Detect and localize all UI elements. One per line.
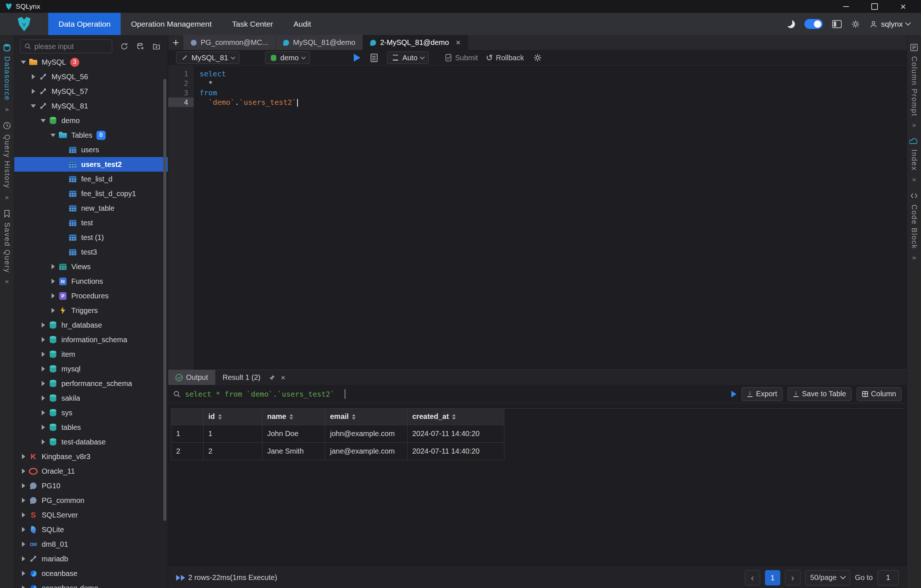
tree-item[interactable]: PG10 xyxy=(14,478,168,493)
search-input[interactable] xyxy=(34,42,108,51)
rail-section-index[interactable]: Index » xyxy=(909,137,919,184)
expand-arrow[interactable] xyxy=(47,274,59,289)
maximize-icon[interactable] xyxy=(870,2,879,11)
result-cell[interactable]: 1 xyxy=(203,425,262,442)
run-query-icon[interactable] xyxy=(731,391,736,397)
tree-item[interactable]: new_table xyxy=(14,201,168,216)
tree-item[interactable]: hr_database xyxy=(14,318,168,332)
expand-arrow[interactable] xyxy=(57,201,68,216)
expand-arrow[interactable] xyxy=(18,508,29,522)
nav-tab-audit[interactable]: Audit xyxy=(283,13,321,35)
rail-section-datasource[interactable]: Datasource » xyxy=(3,43,11,113)
code-line[interactable]: * xyxy=(200,78,907,88)
tree-item[interactable]: demo xyxy=(14,113,168,128)
expand-arrow[interactable] xyxy=(37,420,49,435)
result-cell[interactable]: 2024-07-11 14:40:20 xyxy=(407,425,504,442)
expand-arrow[interactable] xyxy=(18,55,29,70)
expand-chevron[interactable]: » xyxy=(912,175,916,184)
expand-arrow[interactable] xyxy=(28,84,39,99)
result-cell[interactable]: Jane Smith xyxy=(262,442,325,460)
editor-code[interactable]: select *from `demo`.`users_test2` xyxy=(194,66,907,370)
rail-section-column-prompt[interactable]: Column Prompt » xyxy=(910,43,918,129)
tree-item[interactable]: oceanbase-demo xyxy=(14,581,168,588)
expand-arrow[interactable] xyxy=(57,245,68,259)
search-box[interactable] xyxy=(20,39,112,53)
expand-arrow[interactable] xyxy=(47,303,59,318)
tree-item[interactable]: Oracle_11 xyxy=(14,464,168,478)
expand-arrow[interactable] xyxy=(37,391,49,405)
expand-arrow[interactable] xyxy=(18,478,29,493)
connection-select[interactable]: MySQL_81 xyxy=(176,52,239,64)
tree-item[interactable]: MySQL 3 xyxy=(14,55,168,70)
tree-item[interactable]: sys xyxy=(14,405,168,420)
refresh-icon[interactable] xyxy=(120,42,128,50)
column-header-created_at[interactable]: created_at xyxy=(407,409,504,425)
output-tab[interactable]: Output xyxy=(168,370,215,385)
tree-item[interactable]: Tables 8 xyxy=(14,128,168,143)
tree-item[interactable]: test xyxy=(14,216,168,230)
tree-item[interactable]: Triggers xyxy=(14,303,168,318)
add-datasource-icon[interactable] xyxy=(136,42,144,50)
expand-arrow[interactable] xyxy=(37,362,49,376)
export-button[interactable]: Export xyxy=(742,387,783,401)
expand-arrow[interactable] xyxy=(37,435,49,449)
tree-item[interactable]: dm8_01 xyxy=(14,537,168,551)
expand-arrow[interactable] xyxy=(18,537,29,551)
code-line[interactable]: from xyxy=(200,88,907,97)
tree-item[interactable]: Kingbase_v8r3 xyxy=(14,449,168,464)
rail-label-saved-query[interactable]: Saved Query xyxy=(3,223,11,273)
column-header-email[interactable]: email xyxy=(325,409,407,425)
tree-item[interactable]: Procedures xyxy=(14,289,168,303)
rail-section-query-history[interactable]: Query History « xyxy=(3,121,11,201)
next-page-button[interactable]: › xyxy=(785,570,801,585)
sort-icon[interactable] xyxy=(218,414,222,420)
result-cell[interactable]: 2024-07-11 14:40:20 xyxy=(407,442,504,460)
rail-label-datasource[interactable]: Datasource xyxy=(3,56,11,101)
editor-tab[interactable]: PG_common@MC... xyxy=(184,35,276,50)
expand-arrow[interactable] xyxy=(47,289,59,303)
result-cell[interactable]: jane@example.com xyxy=(325,442,407,460)
editor-settings-gear-icon[interactable] xyxy=(533,53,542,62)
result-cell[interactable]: 2 xyxy=(203,442,262,460)
expand-arrow[interactable] xyxy=(18,566,29,581)
tree-item[interactable]: users xyxy=(14,143,168,157)
dark-mode-icon[interactable] xyxy=(787,20,795,28)
result-cell[interactable]: john@example.com xyxy=(325,425,407,442)
expand-arrow[interactable] xyxy=(57,143,68,157)
nav-tab-operation-management[interactable]: Operation Management xyxy=(120,13,222,35)
expand-arrow[interactable] xyxy=(37,347,49,362)
expand-arrow[interactable] xyxy=(47,259,59,274)
close-icon[interactable] xyxy=(898,2,908,11)
column-button[interactable]: Column xyxy=(857,387,901,401)
tree-item[interactable]: tables xyxy=(14,420,168,435)
sort-icon[interactable] xyxy=(290,414,293,420)
column-header-id[interactable]: id xyxy=(203,409,262,425)
collapse-chevron[interactable]: « xyxy=(5,277,9,285)
tree-scrollbar[interactable] xyxy=(163,79,166,521)
sort-icon[interactable] xyxy=(352,414,356,420)
tree-item[interactable]: MySQL_57 xyxy=(14,84,168,99)
expand-arrow[interactable] xyxy=(28,99,39,113)
close-result-icon[interactable] xyxy=(281,374,285,382)
rail-label-index[interactable]: Index xyxy=(910,149,918,171)
expand-arrow[interactable] xyxy=(18,581,29,588)
rail-section-saved-query[interactable]: Saved Query « xyxy=(3,209,11,286)
expand-arrow[interactable] xyxy=(37,332,49,347)
result-row[interactable]: 11John Doejohn@example.com2024-07-11 14:… xyxy=(171,425,504,442)
expand-chevron[interactable]: » xyxy=(912,121,916,129)
expand-arrow[interactable] xyxy=(57,186,68,201)
rail-label-query-history[interactable]: Query History xyxy=(3,135,11,188)
minimize-icon[interactable] xyxy=(841,2,851,11)
run-button[interactable] xyxy=(354,54,360,62)
tree-item[interactable]: MySQL_81 xyxy=(14,99,168,113)
tree-item[interactable]: Functions xyxy=(14,274,168,289)
page-size-select[interactable]: 50/page xyxy=(805,570,850,585)
column-header-name[interactable]: name xyxy=(262,409,325,425)
rollback-button[interactable]: ↺ Rollback xyxy=(486,54,524,62)
commit-mode-select[interactable]: Auto xyxy=(387,52,429,64)
tree-item[interactable]: PG_common xyxy=(14,493,168,508)
tree-item[interactable]: Views xyxy=(14,259,168,274)
result-cell[interactable]: John Doe xyxy=(262,425,325,442)
tree-item[interactable]: test-database xyxy=(14,435,168,449)
tree-item[interactable]: SQLite xyxy=(14,522,168,537)
